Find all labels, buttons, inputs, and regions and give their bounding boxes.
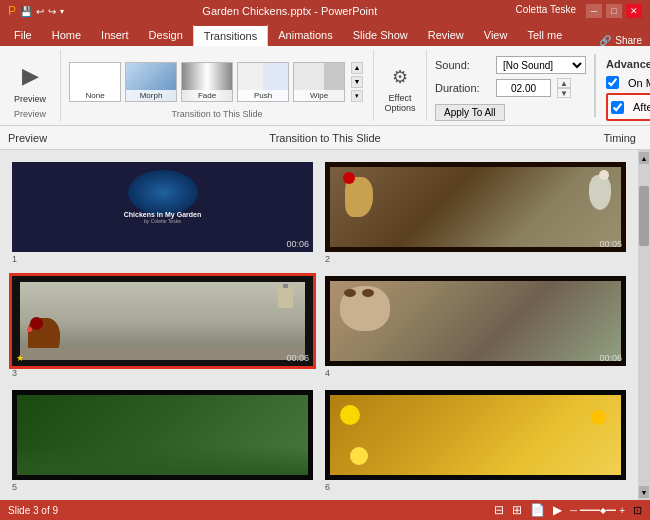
- slide-item-1: Chickens in My Garden by Colette Teske 0…: [12, 162, 313, 264]
- slide1-number: 1: [12, 254, 17, 264]
- slide-thumb-6[interactable]: [325, 390, 626, 480]
- share-button[interactable]: 🔗Share: [591, 35, 650, 46]
- status-right: ⊟ ⊞ 📄 ▶ ─ ━━━━◆━━ + ⊡: [494, 503, 642, 517]
- window-title: Garden Chickens.pptx - PowerPoint: [64, 5, 516, 17]
- preview-button[interactable]: ▶ Preview: [8, 56, 52, 108]
- tab-insert[interactable]: Insert: [91, 24, 139, 46]
- slide-thumb-3[interactable]: 00:06 ★: [12, 276, 313, 366]
- view-slide-icon[interactable]: ⊞: [512, 503, 522, 517]
- scroll-down-arrow[interactable]: ▼: [351, 76, 363, 88]
- ribbon-group-effect: ⚙ EffectOptions: [374, 50, 427, 121]
- tab-tell-me[interactable]: Tell me: [517, 24, 572, 46]
- slide3-number: 3: [12, 368, 17, 378]
- quick-redo[interactable]: ↪: [48, 6, 56, 17]
- tab-home[interactable]: Home: [42, 24, 91, 46]
- status-bar: Slide 3 of 9 ⊟ ⊞ 📄 ▶ ─ ━━━━◆━━ + ⊡: [0, 500, 650, 520]
- slide4-number: 4: [325, 368, 330, 378]
- slide3-star: ★: [16, 353, 24, 363]
- tab-review[interactable]: Review: [418, 24, 474, 46]
- scroll-more-arrow[interactable]: ▾: [351, 90, 363, 102]
- slide1-title: Chickens in My Garden: [124, 211, 201, 218]
- tab-animations[interactable]: Animations: [268, 24, 342, 46]
- slide6-number: 6: [325, 482, 330, 492]
- slide-thumb-1[interactable]: Chickens in My Garden by Colette Teske 0…: [12, 162, 313, 252]
- transition-push[interactable]: Push: [237, 62, 289, 102]
- slide-grid: Chickens in My Garden by Colette Teske 0…: [0, 150, 638, 500]
- slide-thumb-2[interactable]: 00:05: [325, 162, 626, 252]
- transition-wipe-label: Wipe: [294, 90, 344, 101]
- duration-spin-up[interactable]: ▲: [557, 78, 571, 88]
- transition-wipe[interactable]: Wipe: [293, 62, 345, 102]
- slide5-number: 5: [12, 482, 17, 492]
- slide-thumb-4[interactable]: 00:06: [325, 276, 626, 366]
- ribbon-timing-section: Sound: [No Sound] Duration: ▲ ▼ Apply To…: [427, 50, 650, 121]
- slide-item-4: 00:06 4: [325, 276, 626, 378]
- transition-morph-label: Morph: [126, 90, 176, 101]
- duration-input[interactable]: [496, 79, 551, 97]
- user-name: Coletta Teske: [516, 4, 576, 18]
- apply-to-all-button[interactable]: Apply To All: [435, 104, 505, 121]
- effect-options-button[interactable]: ⚙ EffectOptions: [380, 57, 420, 117]
- slide-item-5: 5: [12, 390, 313, 492]
- scroll-down[interactable]: ▼: [639, 486, 649, 498]
- tab-slide-show[interactable]: Slide Show: [343, 24, 418, 46]
- transition-fade-label: Fade: [182, 90, 232, 101]
- transition-push-label: Push: [238, 90, 288, 101]
- zoom-in-button[interactable]: +: [619, 505, 625, 516]
- ribbon-group-transitions: None Morph Fade Push Wipe ▲ ▼ ▾: [61, 50, 374, 121]
- preview-area: Preview Transition to This Slide Timing: [0, 126, 650, 150]
- transition-none-label: None: [70, 90, 120, 101]
- fit-to-window-button[interactable]: ⊡: [633, 504, 642, 517]
- zoom-controls: ─ ━━━━◆━━ +: [570, 505, 625, 516]
- after-checkbox[interactable]: [611, 101, 624, 114]
- slide3-time: 00:06: [286, 353, 309, 363]
- transition-none[interactable]: None: [69, 62, 121, 102]
- ribbon-group-preview: ▶ Preview Preview: [0, 50, 61, 121]
- maximize-button[interactable]: □: [606, 4, 622, 18]
- slide-info: Slide 3 of 9: [8, 505, 58, 516]
- slide4-time: 00:06: [599, 353, 622, 363]
- sound-select[interactable]: [No Sound]: [496, 56, 586, 74]
- on-mouse-click-checkbox[interactable]: [606, 76, 619, 89]
- close-button[interactable]: ✕: [626, 4, 642, 18]
- scroll-thumb[interactable]: [639, 186, 649, 246]
- preview-left-label: Preview: [8, 132, 58, 144]
- scrollbar[interactable]: ▲ ▼: [638, 150, 650, 500]
- slide-item-6: 6: [325, 390, 626, 492]
- view-slideshow-icon[interactable]: ▶: [553, 503, 562, 517]
- window-controls: Coletta Teske ─ □ ✕: [516, 4, 642, 18]
- zoom-out-button[interactable]: ─: [570, 505, 577, 516]
- duration-spin-down[interactable]: ▼: [557, 88, 571, 98]
- slide-thumb-5[interactable]: [12, 390, 313, 480]
- duration-label: Duration:: [435, 82, 490, 94]
- on-mouse-click-row: On Mouse Click: [606, 76, 650, 89]
- effect-label: EffectOptions: [385, 93, 416, 113]
- scroll-up-arrow[interactable]: ▲: [351, 62, 363, 74]
- tab-transitions[interactable]: Transitions: [193, 24, 268, 46]
- quick-save[interactable]: 💾: [20, 6, 32, 17]
- quick-access-toolbar: P 💾 ↩ ↪ ▾: [8, 4, 64, 18]
- sound-label: Sound:: [435, 59, 490, 71]
- ribbon-tabs: File Home Insert Design Transitions Anim…: [0, 22, 650, 46]
- on-mouse-click-label: On Mouse Click: [628, 77, 650, 89]
- app-icon: P: [8, 4, 16, 18]
- transition-morph[interactable]: Morph: [125, 62, 177, 102]
- transition-fade[interactable]: Fade: [181, 62, 233, 102]
- view-normal-icon[interactable]: ⊟: [494, 503, 504, 517]
- zoom-slider[interactable]: ━━━━◆━━: [580, 506, 616, 515]
- ribbon: ▶ Preview Preview None Morph Fade Push: [0, 46, 650, 126]
- tab-view[interactable]: View: [474, 24, 518, 46]
- slide2-time: 00:05: [599, 239, 622, 249]
- advance-slide-title: Advance Slide: [606, 58, 650, 70]
- slide1-subtitle: by Colette Teske: [124, 218, 201, 224]
- slide2-number: 2: [325, 254, 330, 264]
- tab-design[interactable]: Design: [139, 24, 193, 46]
- view-reading-icon[interactable]: 📄: [530, 503, 545, 517]
- minimize-button[interactable]: ─: [586, 4, 602, 18]
- scroll-up[interactable]: ▲: [639, 152, 649, 164]
- preview-label: Preview: [14, 94, 46, 104]
- quick-undo[interactable]: ↩: [36, 6, 44, 17]
- advance-slide-section: Advance Slide On Mouse Click After: ▲ ▼: [595, 54, 650, 117]
- tab-file[interactable]: File: [4, 24, 42, 46]
- timing-label: Timing: [603, 132, 636, 144]
